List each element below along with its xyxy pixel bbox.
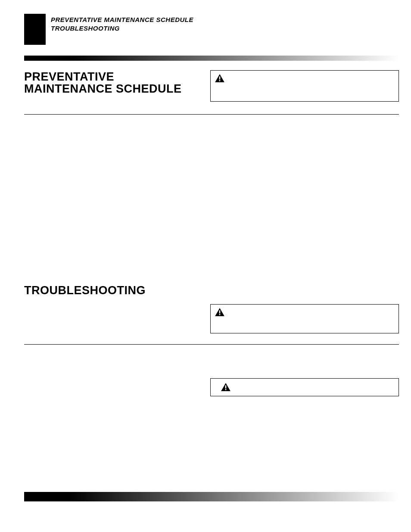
svg-rect-3 bbox=[219, 314, 221, 315]
callout-box-2 bbox=[210, 304, 399, 333]
header-tab-block bbox=[24, 14, 46, 45]
svg-rect-1 bbox=[219, 80, 221, 81]
svg-rect-5 bbox=[225, 389, 227, 390]
horizontal-rule-2 bbox=[24, 344, 399, 345]
page-header: PREVENTATIVE MAINTENANCE SCHEDULE TROUBL… bbox=[51, 16, 193, 33]
header-line-1: PREVENTATIVE MAINTENANCE SCHEDULE bbox=[51, 16, 193, 24]
horizontal-rule-1 bbox=[24, 114, 399, 115]
title1-line1: PREVENTATIVE bbox=[24, 71, 182, 83]
section-title-preventative-maintenance: PREVENTATIVE MAINTENANCE SCHEDULE bbox=[24, 71, 182, 95]
title1-line2: MAINTENANCE SCHEDULE bbox=[24, 83, 182, 95]
callout-box-3 bbox=[210, 378, 399, 396]
svg-rect-2 bbox=[219, 310, 221, 313]
callout-box-1 bbox=[210, 70, 399, 102]
gradient-divider-top bbox=[24, 56, 399, 61]
warning-icon bbox=[215, 74, 224, 82]
title2-text: TROUBLESHOOTING bbox=[24, 284, 146, 297]
header-line-2: TROUBLESHOOTING bbox=[51, 24, 193, 33]
gradient-divider-bottom bbox=[24, 492, 399, 501]
svg-rect-0 bbox=[219, 76, 221, 79]
warning-icon bbox=[221, 383, 230, 391]
warning-icon bbox=[215, 308, 224, 316]
document-page: PREVENTATIVE MAINTENANCE SCHEDULE TROUBL… bbox=[0, 0, 411, 532]
svg-rect-4 bbox=[225, 385, 227, 388]
section-title-troubleshooting: TROUBLESHOOTING bbox=[24, 284, 146, 296]
